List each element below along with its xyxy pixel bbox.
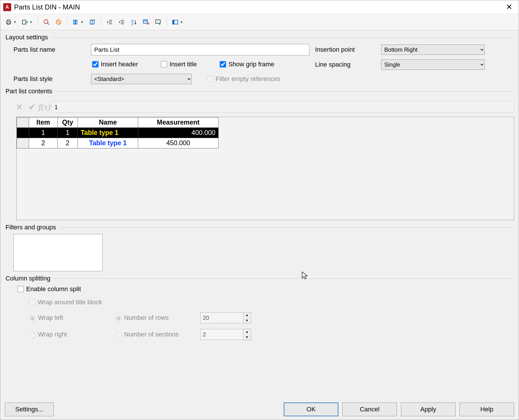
number-of-rows-spinner: ▲▼ — [200, 312, 261, 324]
svg-text:✎: ✎ — [93, 19, 95, 22]
balloon-remove-icon[interactable] — [53, 17, 64, 27]
svg-rect-24 — [156, 20, 160, 23]
column-splitting-group: Column splitting Enable column split Wra… — [5, 275, 514, 340]
wrap-title-checkbox: Wrap around title block — [28, 298, 102, 306]
spin-up-icon: ▲ — [243, 312, 251, 318]
svg-rect-9 — [76, 20, 77, 24]
formula-cancel-icon[interactable]: ✕ — [13, 101, 25, 113]
toolbar: ▼ ▼ ▼ ✎ AZ ✕ ▼ — [0, 14, 519, 30]
spin-down-icon: ▼ — [243, 334, 251, 340]
column-splitting-legend: Column splitting — [5, 275, 53, 282]
cell-name[interactable]: Table type 1 — [78, 138, 138, 148]
parts-table[interactable]: Item Qty Name Measurement 1 1 Table type… — [17, 117, 219, 148]
svg-text:✕: ✕ — [146, 21, 149, 26]
cell-name[interactable]: Table type 1 — [78, 128, 138, 138]
titlebar: A Parts List DIN - MAIN ✕ — [0, 0, 519, 14]
spin-down-icon: ▼ — [243, 318, 251, 323]
table-remove-icon[interactable]: ✕ — [141, 17, 151, 27]
cell-qty[interactable]: 1 — [58, 128, 78, 138]
print-icon[interactable]: ▼ — [4, 17, 18, 27]
layout-settings-group: Layout settings Parts list name Insertio… — [5, 34, 514, 84]
formula-accept-icon[interactable]: ✔ — [26, 101, 38, 113]
svg-rect-2 — [7, 23, 10, 24]
cell-item[interactable]: 1 — [29, 128, 58, 138]
cell-measurement[interactable]: 450.000 — [138, 138, 219, 148]
number-of-sections-spinner: ▲▼ — [200, 329, 261, 340]
wrap-left-radio: Wrap left — [28, 314, 114, 322]
cell-qty[interactable]: 2 — [58, 138, 78, 148]
formula-bar: ✕ ✔ f(x) 1 — [13, 100, 514, 114]
dialog-window: A Parts List DIN - MAIN ✕ ▼ ▼ ▼ ✎ AZ ✕ ▼… — [0, 0, 519, 420]
close-button[interactable]: ✕ — [503, 3, 516, 11]
svg-line-5 — [47, 23, 49, 25]
part-list-contents-legend: Part list contents — [5, 88, 55, 95]
svg-rect-8 — [74, 20, 75, 24]
svg-rect-27 — [173, 20, 174, 24]
column-props-icon[interactable]: ✎ — [87, 17, 97, 27]
svg-point-4 — [44, 20, 48, 24]
line-spacing-label: Line spacing — [315, 61, 381, 68]
wrap-right-radio: Wrap right — [28, 331, 114, 338]
line-spacing-select[interactable]: Single — [381, 59, 485, 70]
props-icon[interactable] — [153, 17, 163, 27]
balloon-add-icon[interactable] — [41, 17, 52, 27]
layout-icon[interactable]: ▼ — [170, 17, 185, 27]
parts-list-name-label: Parts list name — [13, 46, 80, 53]
col-item[interactable]: Item — [29, 117, 58, 128]
number-of-sections-radio: Number of sections — [114, 331, 200, 338]
export-icon[interactable]: ▼ — [20, 17, 34, 27]
formula-fx-icon[interactable]: f(x) — [39, 101, 50, 113]
show-grip-checkbox[interactable]: Show grip frame — [219, 60, 274, 68]
col-name[interactable]: Name — [78, 117, 138, 128]
filters-listbox[interactable] — [13, 234, 103, 271]
row-header-blank — [17, 117, 29, 128]
outdent-icon[interactable] — [105, 17, 115, 27]
insert-header-checkbox[interactable]: Insert header — [91, 60, 138, 68]
formula-input[interactable]: 1 — [51, 101, 514, 113]
spin-up-icon: ▲ — [243, 329, 251, 334]
table-header-row: Item Qty Name Measurement — [17, 117, 219, 128]
layout-settings-legend: Layout settings — [5, 34, 51, 41]
cell-item[interactable]: 2 — [29, 138, 58, 148]
window-title: Parts List DIN - MAIN — [14, 3, 80, 11]
cell-measurement[interactable]: 400.000 — [138, 128, 219, 138]
ok-button[interactable]: OK — [284, 402, 338, 416]
insert-title-checkbox[interactable]: Insert title — [160, 60, 197, 68]
help-button[interactable]: Help — [460, 402, 514, 416]
svg-line-7 — [57, 21, 60, 24]
dialog-footer: Settings... OK Cancel Apply Help — [0, 399, 519, 420]
enable-column-split-checkbox[interactable]: Enable column split — [16, 285, 81, 293]
parts-list-style-label: Parts list style — [13, 75, 80, 83]
svg-text:Z: Z — [131, 22, 133, 26]
sort-icon[interactable]: AZ — [129, 17, 139, 27]
apply-button[interactable]: Apply — [401, 402, 456, 416]
insertion-point-label: Insertion point — [315, 46, 381, 53]
parts-table-container: Item Qty Name Measurement 1 1 Table type… — [16, 117, 514, 220]
table-row[interactable]: 1 1 Table type 1 400.000 — [17, 128, 219, 138]
number-of-rows-radio: Number of rows — [114, 314, 200, 322]
filter-empty-checkbox: Filter empty references — [206, 75, 280, 83]
filters-groups-group: Filters and groups — [5, 224, 514, 271]
app-icon: A — [3, 3, 11, 11]
col-measurement[interactable]: Measurement — [138, 117, 219, 128]
parts-list-style-select[interactable]: <Standard> — [91, 74, 192, 84]
svg-rect-1 — [7, 20, 10, 21]
parts-list-name-input[interactable] — [91, 44, 309, 55]
part-list-contents-group: Part list contents ✕ ✔ f(x) 1 Item Qty N… — [5, 88, 514, 220]
col-qty[interactable]: Qty — [58, 117, 78, 128]
indent-icon[interactable] — [117, 17, 127, 27]
columns-icon[interactable]: ▼ — [71, 17, 85, 27]
table-row[interactable]: 2 2 Table type 1 450.000 — [17, 138, 219, 148]
cancel-button[interactable]: Cancel — [342, 402, 397, 416]
settings-button[interactable]: Settings... — [5, 402, 54, 416]
insertion-point-select[interactable]: Bottom Right — [381, 44, 485, 55]
filters-groups-legend: Filters and groups — [5, 224, 59, 231]
svg-point-25 — [159, 23, 161, 25]
